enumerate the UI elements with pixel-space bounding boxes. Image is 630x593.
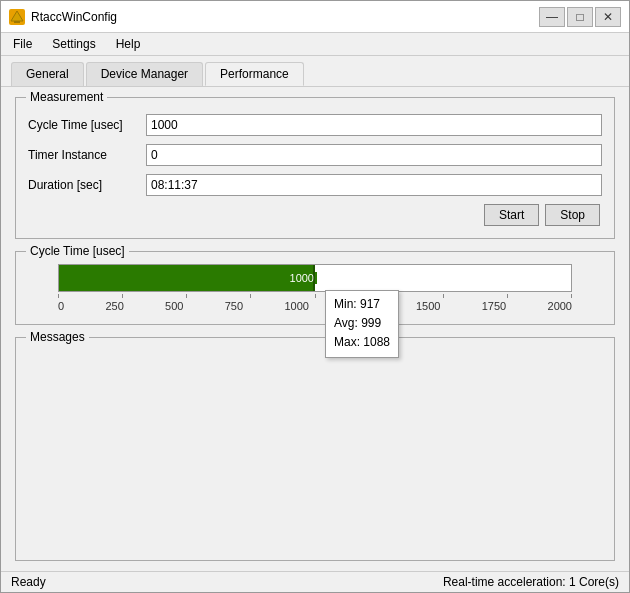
chart-bar-fill: 1000 — [59, 265, 315, 291]
menu-bar: File Settings Help — [1, 33, 629, 56]
x-label-1500: 1500 — [416, 300, 440, 312]
status-left: Ready — [11, 575, 46, 589]
svg-marker-0 — [11, 11, 23, 21]
close-button[interactable]: ✕ — [595, 7, 621, 27]
x-label-500: 500 — [165, 300, 183, 312]
x-label-1750: 1750 — [482, 300, 506, 312]
tab-performance[interactable]: Performance — [205, 62, 304, 86]
duration-row: Duration [sec] — [28, 174, 602, 196]
main-window: RtaccWinConfig — □ ✕ File Settings Help … — [0, 0, 630, 593]
tooltip-min: Min: 917 — [334, 295, 390, 314]
timer-instance-row: Timer Instance — [28, 144, 602, 166]
menu-settings[interactable]: Settings — [44, 35, 103, 53]
x-label-2000: 2000 — [548, 300, 572, 312]
title-bar: RtaccWinConfig — □ ✕ — [1, 1, 629, 33]
cursor-line — [313, 265, 315, 291]
tab-device-manager[interactable]: Device Manager — [86, 62, 203, 86]
cycle-time-row: Cycle Time [usec] — [28, 114, 602, 136]
cycle-time-input[interactable] — [146, 114, 602, 136]
svg-rect-1 — [14, 21, 20, 23]
app-icon — [9, 9, 25, 25]
status-right: Real-time acceleration: 1 Core(s) — [443, 575, 619, 589]
duration-input[interactable] — [146, 174, 602, 196]
messages-group: Messages — [15, 337, 615, 561]
timer-instance-label: Timer Instance — [28, 148, 138, 162]
minimize-button[interactable]: — — [539, 7, 565, 27]
duration-label: Duration [sec] — [28, 178, 138, 192]
cycle-time-label: Cycle Time [usec] — [28, 118, 138, 132]
tick-row — [58, 292, 572, 298]
tab-general[interactable]: General — [11, 62, 84, 86]
menu-help[interactable]: Help — [108, 35, 149, 53]
chart-tooltip: Min: 917 Avg: 999 Max: 1088 — [325, 290, 399, 358]
window-controls: — □ ✕ — [539, 7, 621, 27]
chart-label: Cycle Time [usec] — [26, 244, 129, 258]
x-label-1000: 1000 — [284, 300, 308, 312]
measurement-group: Measurement Cycle Time [usec] Timer Inst… — [15, 97, 615, 239]
x-label-750: 750 — [225, 300, 243, 312]
content-area: Measurement Cycle Time [usec] Timer Inst… — [1, 87, 629, 571]
menu-file[interactable]: File — [5, 35, 40, 53]
chart-bar-container: 1000 — [58, 264, 572, 292]
measurement-label: Measurement — [26, 90, 107, 104]
title-bar-left: RtaccWinConfig — [9, 9, 117, 25]
chart-area: 1000 — [28, 264, 602, 312]
messages-label: Messages — [26, 330, 89, 344]
stop-button[interactable]: Stop — [545, 204, 600, 226]
start-button[interactable]: Start — [484, 204, 539, 226]
x-axis: 0 250 500 750 1000 1250 1500 1750 2000 — [58, 300, 572, 312]
x-label-0: 0 — [58, 300, 64, 312]
status-bar: Ready Real-time acceleration: 1 Core(s) — [1, 571, 629, 592]
tooltip-avg: Avg: 999 — [334, 314, 390, 333]
x-label-250: 250 — [105, 300, 123, 312]
maximize-button[interactable]: □ — [567, 7, 593, 27]
tabs-bar: General Device Manager Performance — [1, 56, 629, 87]
timer-instance-input[interactable] — [146, 144, 602, 166]
window-title: RtaccWinConfig — [31, 10, 117, 24]
tooltip-max: Max: 1088 — [334, 333, 390, 352]
control-buttons: Start Stop — [28, 204, 602, 226]
chart-group: Cycle Time [usec] 1000 — [15, 251, 615, 325]
